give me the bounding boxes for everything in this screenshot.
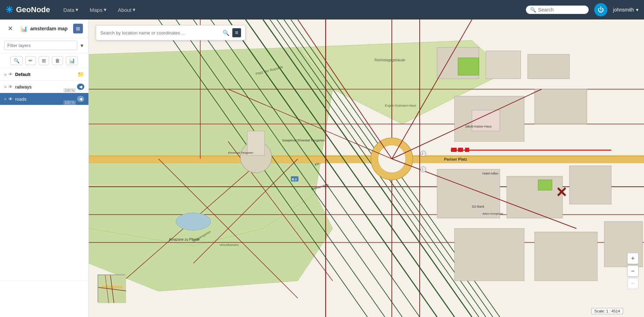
scale-bar: Scale: 1 : 4514 [591,308,623,314]
svg-text:i: i [422,152,423,156]
svg-rect-38 [437,169,500,218]
svg-rect-39 [507,176,562,218]
folder-icon: 📁 [77,71,84,78]
svg-rect-45 [458,58,479,75]
chevron-down-icon: ▾ [104,7,107,13]
svg-rect-40 [569,166,611,204]
map-menu-button[interactable]: ≡ [232,28,241,37]
layer-toolbar: 🔍 ✏ ⊞ 🗑 📊 [0,53,88,68]
map-area[interactable]: ✕ Platz der Republik Reichstagsgebäude P… [89,20,644,317]
chart-icon: 📊 [21,25,28,32]
svg-text:DZ-Bank: DZ-Bank [472,205,484,208]
drag-handle-icon: ≡ [4,85,6,89]
svg-text:Hotel Adlon: Hotel Adlon [482,172,498,175]
roads-expand-button[interactable]: ◀ [77,96,84,102]
svg-rect-41 [455,229,524,281]
global-search[interactable]: 🔍 [526,6,589,14]
zoom-in-button[interactable]: + [627,253,638,264]
layer-item-roads[interactable]: ≡ 👁 roads ◀ 100 % [0,93,88,105]
remove-layer-button[interactable]: 🗑 [52,56,63,65]
location-search-bar: 🔍 ≡ [96,25,246,40]
drag-handle-icon: ≡ [4,97,6,101]
svg-text:B 2: B 2 [292,178,297,181]
chevron-down-icon: ▾ [76,7,78,13]
filter-button[interactable]: ▼ [79,43,84,48]
layer-group-default[interactable]: ≡ 👁 Default 📁 [0,68,88,81]
svg-point-81 [420,151,426,156]
search-icon: 🔍 [223,30,230,36]
filter-bar: ▼ [0,38,88,53]
zoom-to-layer-button[interactable]: 🔍 [10,56,23,65]
layer-group-name: Default [15,72,75,77]
map-controls: + − ··· [627,253,638,289]
filter-layers-input[interactable] [4,41,77,50]
logo-text: GeoNode [16,5,50,14]
layer-item-railways[interactable]: ≡ 👁 railways ◀ 100 % [0,81,88,93]
visibility-icon[interactable]: 👁 [8,72,13,77]
drag-handle-icon: ≡ [4,72,6,77]
menu-data[interactable]: Data ▾ [59,4,84,16]
top-navigation: ✳ GeoNode Data ▾ Maps ▾ About ▾ 🔍 ⏻ john… [0,0,644,20]
map-title: amsterdam map [30,26,68,31]
chevron-down-icon: ▾ [636,7,638,13]
chevron-down-icon: ▾ [133,7,135,13]
layers-list: ≡ 👁 Default 📁 ≡ 👁 railways ◀ 100 % ≡ 👁 r… [0,68,88,280]
svg-rect-46 [538,180,552,190]
map-svg: ✕ Platz der Republik Reichstagsgebäude P… [89,20,644,317]
railways-opacity: 100 % [63,88,76,93]
map-title-section: 📊 amsterdam map [21,25,68,32]
layers-icon-button[interactable]: ⊞ [73,24,83,33]
attribute-table-button[interactable]: ⊞ [39,56,49,65]
svg-text:✕: ✕ [556,185,567,200]
svg-text:Sowjetmal Ehrential Tiergarten: Sowjetmal Ehrential Tiergarten [282,139,325,142]
menu-maps[interactable]: Maps ▾ [85,4,111,16]
visibility-toggle-roads[interactable]: 👁 [8,96,13,102]
svg-text:Adlon Kempinski: Adlon Kempinski [482,212,503,215]
search-input[interactable] [538,7,583,13]
logo-star-icon: ✳ [6,5,13,15]
panel-header: ✕ 📊 amsterdam map ⊞ [0,20,88,38]
svg-rect-37 [535,89,587,124]
username-label: johnsmith [613,7,634,13]
visibility-toggle-railways[interactable]: 👁 [8,84,13,90]
close-panel-button[interactable]: ✕ [6,24,15,33]
edit-layer-button[interactable]: ✏ [25,56,36,65]
svg-text:i: i [422,168,423,171]
svg-rect-35 [528,54,569,79]
menu-about[interactable]: About ▾ [113,4,140,16]
more-controls-button[interactable]: ··· [627,278,638,289]
scale-label: Scale: 1 : 4514 [595,309,620,313]
minimap-thumbnail[interactable] [98,275,125,302]
svg-rect-34 [486,51,521,79]
svg-text:Reichstagsgebäude: Reichstagsgebäude [374,58,405,62]
svg-text:Pariser Platz: Pariser Platz [444,157,467,161]
geonode-logo: ✳ GeoNode [6,5,50,15]
svg-text:Venusbassins: Venusbassins [219,243,239,247]
svg-rect-42 [535,232,597,281]
user-menu[interactable]: johnsmith ▾ [613,7,638,13]
svg-point-83 [420,167,426,172]
location-search-input[interactable] [100,30,220,36]
svg-point-56 [176,213,211,230]
roads-opacity: 100 % [63,100,76,105]
svg-text:Jakob-Kaiser-Haus: Jakob-Kaiser-Haus [465,125,492,128]
top-menu: Data ▾ Maps ▾ About ▾ [59,4,141,16]
svg-text:Amazone zu Pferde: Amazone zu Pferde [169,238,200,241]
svg-text:Eugen-Gutmann-Haus: Eugen-Gutmann-Haus [385,104,417,107]
power-icon: ⏻ [598,6,604,14]
zoom-out-button[interactable]: − [627,265,638,277]
left-panel: ✕ 📊 amsterdam map ⊞ ▼ 🔍 ✏ ⊞ 🗑 📊 ≡ 👁 Defa… [0,20,89,317]
search-icon: 🔍 [530,7,536,13]
svg-text:Ehrenmal Tiergarten: Ehrenmal Tiergarten [228,151,253,154]
power-button[interactable]: ⏻ [594,3,607,16]
railways-expand-button[interactable]: ◀ [77,84,84,90]
layer-chart-button[interactable]: 📊 [66,56,78,65]
layers-icon: ⊞ [76,26,80,31]
